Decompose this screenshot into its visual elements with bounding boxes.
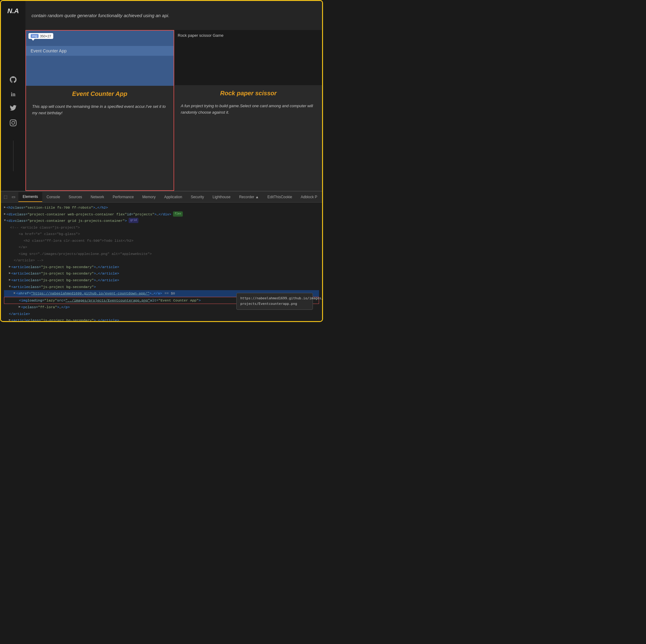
devtools-panel: ⬚ ▭ Elements Console Sources Network Per… [1, 191, 322, 322]
tab-editthiscookie[interactable]: EditThisCookie [263, 192, 297, 202]
code-line-5[interactable]: <a href="#" class="bg-glass"> [4, 231, 319, 238]
device-icon[interactable]: ▭ [10, 194, 16, 200]
banner-text: Event Counter App [31, 49, 67, 53]
logo: N.A [7, 7, 19, 15]
rps-desc: A fun project trying to build game.Selec… [175, 100, 322, 191]
code-line-18[interactable]: ▶ <article class= "js-project bg-seconda… [4, 317, 319, 322]
linkedin-icon[interactable]: in [11, 91, 15, 98]
code-line-17[interactable]: </article> [4, 311, 319, 317]
tab-elements[interactable]: Elements [18, 192, 42, 202]
tab-lighthouse[interactable]: Lighthouse [208, 192, 235, 202]
devtools-toolbar: ⬚ ▭ [2, 194, 16, 200]
code-line-10[interactable]: ▶ <article class= "js-project bg-seconda… [4, 264, 319, 271]
rps-img-text: Rock paper scissor Game [178, 33, 224, 38]
inspect-icon[interactable]: ⬚ [2, 194, 9, 200]
url-tooltip: https://nabeelahmed1699.github.io/images… [236, 293, 313, 310]
code-line-8[interactable]: <img src="./images/projects/appleclone.p… [4, 251, 319, 257]
img-tag: img [31, 34, 38, 38]
tab-sources[interactable]: Sources [64, 192, 86, 202]
tab-application[interactable]: Application [160, 192, 187, 202]
code-line-1[interactable]: ▶ <h2 class= "section-title fs-700 ff-ro… [4, 204, 319, 211]
tab-performance[interactable]: Performance [108, 192, 138, 202]
rps-img-area: Rock paper scissor Game [175, 30, 322, 85]
code-line-2[interactable]: ▶ <div class= "project-container web-pro… [4, 211, 319, 218]
tab-security[interactable]: Security [187, 192, 208, 202]
instagram-icon[interactable] [10, 119, 16, 128]
twitter-icon[interactable] [10, 104, 16, 113]
rps-title: Rock paper scissor [175, 85, 322, 100]
code-line-7[interactable]: </a> [4, 244, 319, 251]
code-line-6[interactable]: <h2 class="ff-lora clr-accent fs-500">To… [4, 238, 319, 244]
flex-badge: flex [173, 211, 183, 216]
sidebar: N.A in [1, 1, 25, 191]
top-description: contain random quote generator functiona… [25, 1, 322, 30]
grid-badge: grid [129, 218, 138, 223]
arrow-2: ▶ [4, 211, 6, 216]
tab-adblock[interactable]: Adblock P [296, 192, 321, 202]
main-app-area: N.A in [1, 1, 322, 191]
projects-row: img 350×27 Event Counter App Event Count… [25, 30, 322, 191]
event-counter-title: Event Counter App [26, 86, 174, 100]
code-line-4[interactable]: <!-- <article class="js-project"> [4, 224, 319, 231]
content-area: contain random quote generator functiona… [25, 1, 322, 191]
tab-recorder[interactable]: Recorder ▲ [235, 192, 263, 202]
event-counter-card: img 350×27 Event Counter App Event Count… [25, 30, 174, 191]
img-tooltip: img 350×27 [28, 33, 53, 39]
code-line-3[interactable]: ▼ <div class= "project-container grid js… [4, 217, 319, 224]
tab-console[interactable]: Console [42, 192, 64, 202]
devtools-code-content[interactable]: ▶ <h2 class= "section-title fs-700 ff-ro… [1, 202, 322, 322]
social-icons: in [10, 76, 16, 171]
tab-network[interactable]: Network [86, 192, 108, 202]
event-counter-desc: This app will count the remaining time i… [26, 100, 174, 190]
arrow-3: ▼ [4, 218, 6, 223]
code-line-12[interactable]: ▶ <article class= "js-project bg-seconda… [4, 277, 319, 284]
sidebar-line [13, 141, 13, 171]
event-counter-banner: Event Counter App [26, 46, 174, 56]
code-line-13[interactable]: ▼ <article class= "js-project bg-seconda… [4, 284, 319, 290]
event-counter-img-area: img 350×27 Event Counter App [26, 31, 174, 86]
code-line-9[interactable]: </article> --> [4, 257, 319, 264]
tab-memory[interactable]: Memory [138, 192, 160, 202]
rps-card: Rock paper scissor Game Rock paper sciss… [175, 30, 322, 191]
arrow-1: ▶ [4, 205, 6, 210]
code-line-11[interactable]: ▶ <article class= "js-project bg-seconda… [4, 270, 319, 277]
github-icon[interactable] [10, 76, 16, 85]
devtools-tabs: ⬚ ▭ Elements Console Sources Network Per… [1, 191, 322, 202]
tooltip-size: 350×27 [40, 34, 51, 38]
